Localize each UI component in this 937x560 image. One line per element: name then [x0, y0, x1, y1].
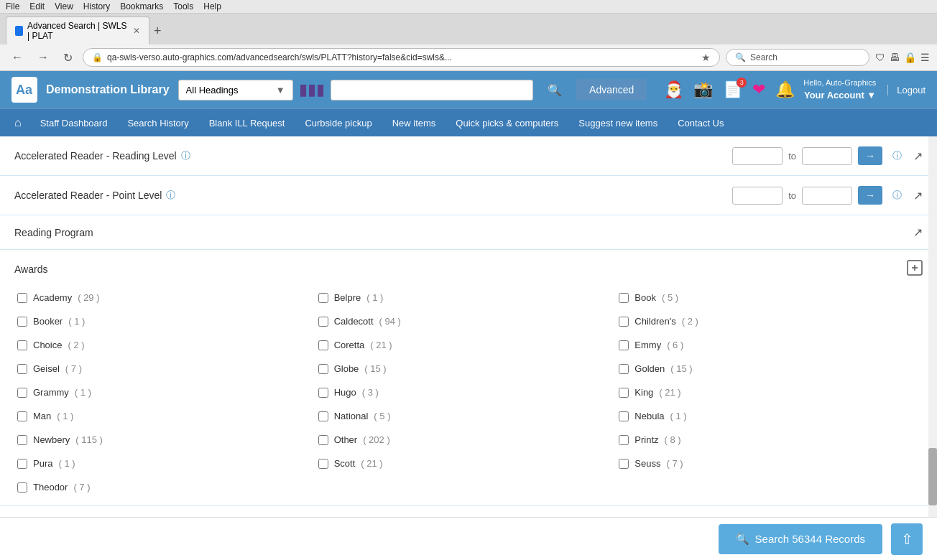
back-button[interactable]: ← — [7, 50, 27, 65]
nav-quick-picks[interactable]: Quick picks & computers — [446, 111, 568, 136]
awards-expand-icon[interactable] — [907, 260, 923, 278]
award-item: Book ( 5 ) — [619, 289, 920, 306]
ar-reading-expand-icon[interactable]: ↗ — [913, 149, 923, 163]
award-checkbox-academy[interactable] — [17, 293, 27, 303]
award-checkbox-geisel[interactable] — [17, 364, 27, 374]
award-checkbox-grammy[interactable] — [17, 388, 27, 398]
reading-program-expand-icon[interactable]: ↗ — [913, 225, 923, 239]
award-item: Belpre ( 1 ) — [318, 289, 619, 306]
address-bar[interactable]: 🔒 qa-swls-verso.auto-graphics.com/advanc… — [83, 48, 720, 67]
ar-point-expand-icon[interactable]: ↗ — [913, 189, 923, 202]
award-count: ( 3 ) — [362, 387, 379, 398]
browser-search-placeholder: Search — [750, 52, 777, 62]
award-checkbox-emmy[interactable] — [619, 340, 629, 350]
award-checkbox-national[interactable] — [318, 411, 328, 421]
ar-point-to-input[interactable] — [802, 187, 852, 205]
award-checkbox-man[interactable] — [17, 411, 27, 421]
award-checkbox-scott[interactable] — [318, 459, 328, 469]
ar-reading-from-input[interactable] — [732, 147, 783, 165]
camera-icon[interactable]: 📸 — [693, 80, 713, 99]
award-item: Emmy ( 6 ) — [619, 337, 920, 353]
award-checkbox-golden[interactable] — [619, 364, 629, 374]
nav-new-items[interactable]: New items — [382, 111, 446, 136]
ar-reading-help-icon[interactable]: ⓘ — [181, 149, 190, 162]
award-checkbox-other[interactable] — [318, 435, 328, 445]
award-checkbox-theodor[interactable] — [17, 482, 27, 493]
award-item: King ( 21 ) — [619, 384, 920, 401]
award-checkbox-coretta[interactable] — [318, 340, 328, 350]
menu-bookmarks[interactable]: Bookmarks — [120, 1, 163, 11]
nav-home-icon[interactable]: ⌂ — [6, 109, 30, 136]
heart-icon[interactable]: ❤ — [752, 80, 765, 99]
ar-reading-help2-icon[interactable]: ⓘ — [892, 149, 902, 162]
nav-blank-ill[interactable]: Blank ILL Request — [199, 111, 295, 136]
account-link[interactable]: Your Account ▼ — [803, 89, 876, 102]
nav-contact[interactable]: Contact Us — [668, 111, 734, 136]
bell-icon[interactable]: 🔔 — [775, 80, 795, 99]
award-checkbox-king[interactable] — [619, 388, 629, 398]
search-go-button[interactable]: 🔍 — [539, 78, 571, 102]
ar-point-help-icon[interactable]: ⓘ — [166, 189, 175, 202]
search-input[interactable] — [331, 80, 533, 101]
nav-suggest[interactable]: Suggest new items — [568, 111, 668, 136]
print-icon[interactable]: 🖶 — [890, 52, 900, 63]
ar-point-help2-icon[interactable]: ⓘ — [892, 189, 902, 202]
forward-button[interactable]: → — [33, 50, 53, 65]
nav-curbside[interactable]: Curbside pickup — [295, 111, 382, 136]
award-checkbox-printz[interactable] — [619, 435, 629, 445]
logout-button[interactable]: Logout — [887, 85, 926, 95]
scrollbar-track[interactable] — [928, 136, 937, 560]
ar-point-to-label: to — [788, 190, 796, 201]
browser-action-icons: 🛡 🖶 🔒 ☰ — [875, 52, 930, 63]
menu-help[interactable]: Help — [203, 1, 221, 11]
scroll-to-top-button[interactable]: ⇧ — [891, 523, 923, 555]
award-checkbox-seuss[interactable] — [619, 459, 629, 469]
scrollbar-thumb[interactable] — [928, 448, 937, 505]
tab-title: Advanced Search | SWLS | PLAT — [27, 21, 127, 41]
award-checkbox-choice[interactable] — [17, 340, 27, 350]
browser-tab-active[interactable]: Advanced Search | SWLS | PLAT ✕ — [6, 17, 149, 45]
refresh-button[interactable]: ↻ — [59, 50, 77, 66]
award-item: Nebula ( 1 ) — [619, 408, 920, 424]
award-checkbox-globe[interactable] — [318, 364, 328, 374]
new-tab-button[interactable]: + — [154, 24, 162, 37]
award-checkbox-hugo[interactable] — [318, 388, 328, 398]
award-checkbox-nebula[interactable] — [619, 411, 629, 421]
award-checkbox-children's[interactable] — [619, 317, 629, 327]
award-checkbox-newbery[interactable] — [17, 435, 27, 445]
ar-reading-go-button[interactable]: → — [858, 146, 882, 165]
url-text: qa-swls-verso.auto-graphics.com/advanced… — [107, 52, 696, 62]
menu-view[interactable]: View — [55, 1, 73, 11]
award-checkbox-pura[interactable] — [17, 459, 27, 469]
balloon-icon[interactable]: 🎅 — [664, 80, 683, 99]
star-icon[interactable]: ★ — [701, 52, 711, 63]
award-item: Printz ( 8 ) — [619, 431, 920, 448]
tab-close-btn[interactable]: ✕ — [133, 26, 140, 36]
headings-dropdown[interactable]: All Headings ▼ — [178, 80, 293, 101]
list-icon[interactable]: 📄 3 — [723, 80, 742, 99]
ar-reading-to-input[interactable] — [802, 147, 852, 165]
advanced-button[interactable]: Advanced — [576, 79, 647, 101]
award-count: ( 6 ) — [667, 340, 683, 350]
settings-icon[interactable]: ☰ — [920, 52, 930, 63]
menu-file[interactable]: File — [6, 1, 19, 11]
ar-point-from-input[interactable] — [732, 187, 783, 205]
nav-search-history[interactable]: Search History — [117, 111, 198, 136]
award-label: Golden — [634, 363, 665, 374]
menu-edit[interactable]: Edit — [29, 1, 45, 11]
award-label: Globe — [334, 363, 359, 374]
award-checkbox-book[interactable] — [619, 293, 629, 303]
search-records-button[interactable]: 🔍 Search 56344 Records — [719, 524, 882, 554]
award-checkbox-caldecott[interactable] — [318, 317, 328, 327]
shield-icon[interactable]: 🛡 — [875, 52, 885, 63]
browser-search-box[interactable]: 🔍 Search — [726, 49, 869, 66]
ar-point-go-button[interactable]: → — [858, 186, 882, 205]
database-icon[interactable]: ▮▮▮ — [299, 80, 325, 99]
nav-staff-dashboard[interactable]: Staff Dashboard — [30, 111, 118, 136]
menu-history[interactable]: History — [83, 1, 110, 11]
extension-icon[interactable]: 🔒 — [904, 52, 916, 63]
menu-tools[interactable]: Tools — [173, 1, 193, 11]
award-checkbox-belpre[interactable] — [318, 293, 328, 303]
award-checkbox-booker[interactable] — [17, 317, 27, 327]
award-item: Seuss ( 7 ) — [619, 455, 920, 472]
